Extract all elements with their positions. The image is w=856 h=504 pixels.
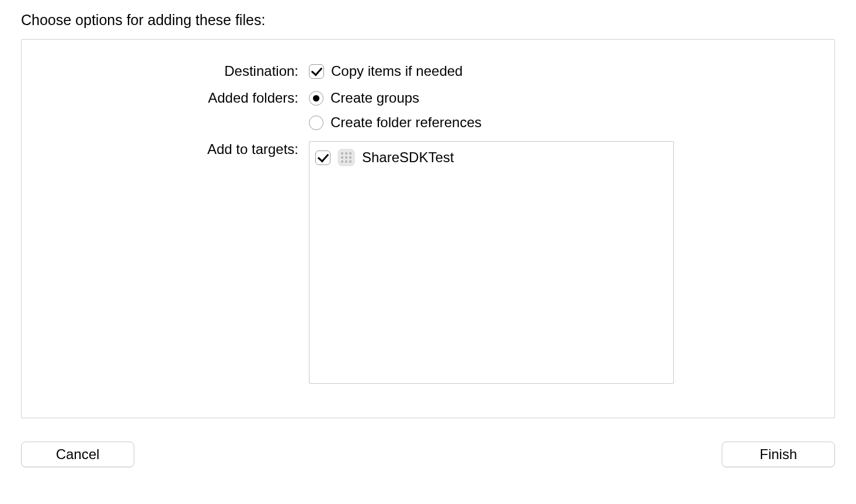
copy-items-label: Copy items if needed bbox=[331, 63, 462, 79]
svg-point-5 bbox=[345, 156, 347, 159]
copy-items-checkbox[interactable] bbox=[309, 64, 324, 79]
svg-point-2 bbox=[345, 152, 347, 155]
svg-point-4 bbox=[341, 156, 343, 159]
svg-point-8 bbox=[345, 160, 347, 163]
destination-row: Destination: Copy items if needed bbox=[51, 63, 805, 79]
svg-point-7 bbox=[341, 160, 343, 163]
create-groups-radio[interactable] bbox=[309, 91, 323, 106]
add-to-targets-row: Add to targets: bbox=[51, 141, 805, 384]
svg-point-6 bbox=[349, 156, 352, 159]
target-name: ShareSDKTest bbox=[362, 149, 454, 166]
add-files-dialog: Choose options for adding these files: D… bbox=[0, 0, 856, 504]
target-row[interactable]: ShareSDKTest bbox=[315, 146, 667, 169]
finish-button[interactable]: Finish bbox=[722, 442, 835, 467]
app-icon bbox=[337, 149, 355, 166]
svg-point-9 bbox=[349, 160, 352, 163]
destination-label: Destination: bbox=[51, 63, 309, 79]
targets-list[interactable]: ShareSDKTest bbox=[309, 141, 674, 384]
create-folder-references-radio[interactable] bbox=[309, 116, 323, 130]
dialog-footer: Cancel Finish bbox=[21, 418, 835, 488]
add-to-targets-label: Add to targets: bbox=[51, 141, 309, 158]
create-groups-label: Create groups bbox=[330, 90, 419, 106]
create-folder-references-label: Create folder references bbox=[330, 114, 482, 131]
dialog-title: Choose options for adding these files: bbox=[21, 12, 835, 29]
added-folders-row: Added folders: Create groups Create fold… bbox=[51, 90, 805, 131]
added-folders-label: Added folders: bbox=[51, 90, 309, 106]
target-checkbox[interactable] bbox=[315, 150, 330, 165]
svg-point-3 bbox=[349, 152, 352, 155]
options-panel: Destination: Copy items if needed Added … bbox=[21, 39, 835, 418]
svg-point-1 bbox=[341, 152, 343, 155]
cancel-button[interactable]: Cancel bbox=[21, 442, 134, 467]
